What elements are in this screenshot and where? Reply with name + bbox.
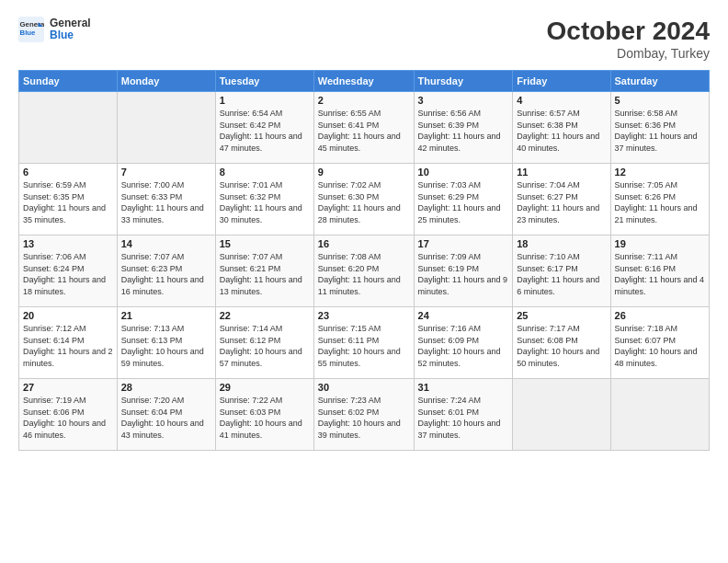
day-info: Sunrise: 7:15 AMSunset: 6:11 PMDaylight:… xyxy=(318,323,410,369)
calendar-day-cell: 14Sunrise: 7:07 AMSunset: 6:23 PMDayligh… xyxy=(117,236,215,307)
calendar-day-cell: 20Sunrise: 7:12 AMSunset: 6:14 PMDayligh… xyxy=(19,307,118,379)
calendar-week-row: 20Sunrise: 7:12 AMSunset: 6:14 PMDayligh… xyxy=(19,307,710,379)
day-number: 14 xyxy=(121,238,211,249)
calendar-day-cell: 7Sunrise: 7:00 AMSunset: 6:33 PMDaylight… xyxy=(117,164,215,236)
calendar-day-cell: 11Sunrise: 7:04 AMSunset: 6:27 PMDayligh… xyxy=(513,164,610,236)
day-number: 20 xyxy=(23,310,113,321)
day-info: Sunrise: 7:19 AMSunset: 6:06 PMDaylight:… xyxy=(23,395,113,441)
day-number: 18 xyxy=(517,238,606,249)
logo: General Blue General Blue xyxy=(18,17,91,42)
day-info: Sunrise: 7:11 AMSunset: 6:16 PMDaylight:… xyxy=(615,251,705,297)
calendar-day-cell xyxy=(610,379,709,451)
day-info: Sunrise: 6:56 AMSunset: 6:39 PMDaylight:… xyxy=(418,108,509,154)
svg-text:General: General xyxy=(20,20,44,29)
day-number: 4 xyxy=(517,95,606,106)
calendar-day-cell: 6Sunrise: 6:59 AMSunset: 6:35 PMDaylight… xyxy=(19,164,118,236)
day-number: 1 xyxy=(220,95,310,106)
day-info: Sunrise: 7:06 AMSunset: 6:24 PMDaylight:… xyxy=(23,251,113,297)
location-subtitle: Dombay, Turkey xyxy=(547,46,710,61)
day-info: Sunrise: 7:24 AMSunset: 6:01 PMDaylight:… xyxy=(418,395,509,441)
day-info: Sunrise: 6:55 AMSunset: 6:41 PMDaylight:… xyxy=(318,108,410,154)
day-number: 8 xyxy=(220,167,310,178)
day-info: Sunrise: 7:08 AMSunset: 6:20 PMDaylight:… xyxy=(318,251,410,297)
day-info: Sunrise: 6:58 AMSunset: 6:36 PMDaylight:… xyxy=(615,108,705,154)
weekday-header-cell: Tuesday xyxy=(215,71,313,92)
calendar-day-cell: 10Sunrise: 7:03 AMSunset: 6:29 PMDayligh… xyxy=(414,164,513,236)
calendar-day-cell: 16Sunrise: 7:08 AMSunset: 6:20 PMDayligh… xyxy=(313,236,414,307)
calendar-week-row: 13Sunrise: 7:06 AMSunset: 6:24 PMDayligh… xyxy=(19,236,710,307)
calendar-day-cell: 9Sunrise: 7:02 AMSunset: 6:30 PMDaylight… xyxy=(313,164,414,236)
calendar-day-cell: 3Sunrise: 6:56 AMSunset: 6:39 PMDaylight… xyxy=(414,92,513,164)
day-info: Sunrise: 7:07 AMSunset: 6:23 PMDaylight:… xyxy=(121,251,211,297)
day-info: Sunrise: 7:22 AMSunset: 6:03 PMDaylight:… xyxy=(220,395,310,441)
day-number: 16 xyxy=(318,238,410,249)
day-info: Sunrise: 7:12 AMSunset: 6:14 PMDaylight:… xyxy=(23,323,113,369)
calendar-day-cell: 8Sunrise: 7:01 AMSunset: 6:32 PMDaylight… xyxy=(215,164,313,236)
day-info: Sunrise: 7:13 AMSunset: 6:13 PMDaylight:… xyxy=(121,323,211,369)
calendar-day-cell: 17Sunrise: 7:09 AMSunset: 6:19 PMDayligh… xyxy=(414,236,513,307)
day-number: 29 xyxy=(220,382,310,393)
day-info: Sunrise: 7:23 AMSunset: 6:02 PMDaylight:… xyxy=(318,395,410,441)
calendar-day-cell: 27Sunrise: 7:19 AMSunset: 6:06 PMDayligh… xyxy=(19,379,118,451)
title-block: October 2024 Dombay, Turkey xyxy=(547,17,710,61)
day-number: 21 xyxy=(121,310,211,321)
day-info: Sunrise: 7:02 AMSunset: 6:30 PMDaylight:… xyxy=(318,179,410,225)
calendar-day-cell: 28Sunrise: 7:20 AMSunset: 6:04 PMDayligh… xyxy=(117,379,215,451)
day-info: Sunrise: 7:16 AMSunset: 6:09 PMDaylight:… xyxy=(418,323,509,369)
day-info: Sunrise: 6:54 AMSunset: 6:42 PMDaylight:… xyxy=(220,108,310,154)
calendar-day-cell: 23Sunrise: 7:15 AMSunset: 6:11 PMDayligh… xyxy=(313,307,414,379)
day-number: 19 xyxy=(615,238,705,249)
logo-icon: General Blue xyxy=(18,17,44,42)
day-info: Sunrise: 7:20 AMSunset: 6:04 PMDaylight:… xyxy=(121,395,211,441)
day-info: Sunrise: 7:10 AMSunset: 6:17 PMDaylight:… xyxy=(517,251,606,297)
day-info: Sunrise: 7:07 AMSunset: 6:21 PMDaylight:… xyxy=(220,251,310,297)
calendar-page: General Blue General Blue October 2024 D… xyxy=(0,0,728,563)
day-number: 27 xyxy=(23,382,113,393)
day-number: 28 xyxy=(121,382,211,393)
day-info: Sunrise: 7:01 AMSunset: 6:32 PMDaylight:… xyxy=(220,179,310,225)
day-info: Sunrise: 7:18 AMSunset: 6:07 PMDaylight:… xyxy=(615,323,705,369)
day-number: 6 xyxy=(23,167,113,178)
day-info: Sunrise: 7:09 AMSunset: 6:19 PMDaylight:… xyxy=(418,251,509,297)
day-info: Sunrise: 7:00 AMSunset: 6:33 PMDaylight:… xyxy=(121,179,211,225)
calendar-week-row: 6Sunrise: 6:59 AMSunset: 6:35 PMDaylight… xyxy=(19,164,710,236)
day-number: 15 xyxy=(220,238,310,249)
calendar-day-cell: 25Sunrise: 7:17 AMSunset: 6:08 PMDayligh… xyxy=(513,307,610,379)
calendar-day-cell: 22Sunrise: 7:14 AMSunset: 6:12 PMDayligh… xyxy=(215,307,313,379)
calendar-table: SundayMondayTuesdayWednesdayThursdayFrid… xyxy=(18,70,710,451)
calendar-day-cell: 13Sunrise: 7:06 AMSunset: 6:24 PMDayligh… xyxy=(19,236,118,307)
day-number: 13 xyxy=(23,238,113,249)
calendar-day-cell xyxy=(117,92,215,164)
day-info: Sunrise: 7:14 AMSunset: 6:12 PMDaylight:… xyxy=(220,323,310,369)
day-number: 10 xyxy=(418,167,509,178)
svg-text:Blue: Blue xyxy=(20,29,37,37)
day-info: Sunrise: 7:03 AMSunset: 6:29 PMDaylight:… xyxy=(418,179,509,225)
day-info: Sunrise: 7:04 AMSunset: 6:27 PMDaylight:… xyxy=(517,179,606,225)
calendar-day-cell: 29Sunrise: 7:22 AMSunset: 6:03 PMDayligh… xyxy=(215,379,313,451)
weekday-header-cell: Sunday xyxy=(19,71,118,92)
day-number: 26 xyxy=(615,310,705,321)
day-number: 22 xyxy=(220,310,310,321)
calendar-day-cell: 18Sunrise: 7:10 AMSunset: 6:17 PMDayligh… xyxy=(513,236,610,307)
day-info: Sunrise: 6:57 AMSunset: 6:38 PMDaylight:… xyxy=(517,108,606,154)
weekday-header-cell: Friday xyxy=(513,71,610,92)
calendar-day-cell: 15Sunrise: 7:07 AMSunset: 6:21 PMDayligh… xyxy=(215,236,313,307)
page-header: General Blue General Blue October 2024 D… xyxy=(18,17,710,61)
weekday-header-cell: Saturday xyxy=(610,71,709,92)
day-number: 2 xyxy=(318,95,410,106)
day-info: Sunrise: 6:59 AMSunset: 6:35 PMDaylight:… xyxy=(23,179,113,225)
day-number: 9 xyxy=(318,167,410,178)
calendar-day-cell: 31Sunrise: 7:24 AMSunset: 6:01 PMDayligh… xyxy=(414,379,513,451)
day-number: 25 xyxy=(517,310,606,321)
day-number: 31 xyxy=(418,382,509,393)
calendar-day-cell: 2Sunrise: 6:55 AMSunset: 6:41 PMDaylight… xyxy=(313,92,414,164)
calendar-day-cell xyxy=(513,379,610,451)
weekday-header-cell: Monday xyxy=(117,71,215,92)
day-number: 30 xyxy=(318,382,410,393)
calendar-day-cell: 5Sunrise: 6:58 AMSunset: 6:36 PMDaylight… xyxy=(610,92,709,164)
day-number: 7 xyxy=(121,167,211,178)
calendar-day-cell: 12Sunrise: 7:05 AMSunset: 6:26 PMDayligh… xyxy=(610,164,709,236)
day-number: 12 xyxy=(615,167,705,178)
calendar-week-row: 27Sunrise: 7:19 AMSunset: 6:06 PMDayligh… xyxy=(19,379,710,451)
day-number: 3 xyxy=(418,95,509,106)
